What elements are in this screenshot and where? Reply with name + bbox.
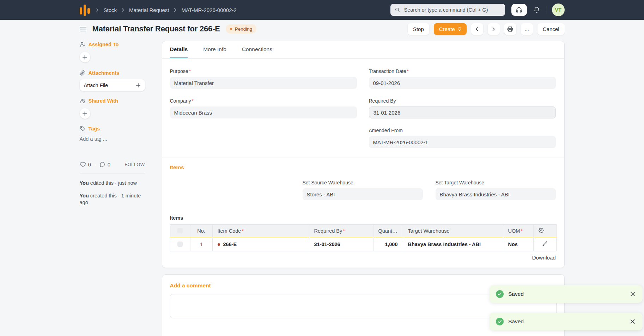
items-section-heading: Items [170,164,556,171]
comment-count: 0 [108,161,110,167]
headphones-icon [516,7,522,13]
users-icon [80,98,85,104]
tab-connections[interactable]: Connections [242,41,272,58]
print-button[interactable] [504,23,516,35]
sidebar-toggle-icon[interactable] [80,26,86,32]
edit-row-button[interactable] [533,237,556,251]
transaction-date-input[interactable]: 09-01-2026 [369,77,556,89]
required-by-cell[interactable]: 31-01-2026 [309,237,373,251]
pencil-icon [542,241,547,246]
social-row: 0 · 0 FOLLOW [80,161,145,167]
required-by-input[interactable]: 31-01-2026 [369,106,556,118]
navbar: Stock Material Request MAT-MR-2026-00002… [0,0,644,20]
breadcrumb-stock[interactable]: Stock [104,7,117,13]
status-dot-icon [230,28,232,30]
grid-settings-button[interactable] [533,225,556,237]
add-tag-input[interactable]: Add a tag ... [80,136,145,142]
close-icon[interactable] [629,318,636,325]
toast-message: Saved [508,291,524,297]
add-share-button[interactable] [80,108,90,119]
sidebar-divider [80,173,145,173]
target-warehouse-input[interactable]: Bhavya Brass Industries - ABI [436,188,556,200]
heart-icon[interactable] [80,161,86,167]
create-button[interactable]: Create [434,23,467,35]
target-warehouse-field: Set Target Warehouse Bhavya Brass Indust… [436,180,556,200]
more-options-button[interactable]: ... [521,23,533,35]
status-badge: Pending [226,24,257,33]
next-document-button[interactable] [488,23,500,35]
tags-section: Tags [80,126,145,132]
plus-icon [136,83,141,88]
comment-icon[interactable] [99,161,105,167]
row-checkbox[interactable] [177,242,183,247]
download-button[interactable]: Download [532,255,556,261]
shared-with-section: Shared With [80,98,145,104]
purpose-input[interactable]: Material Transfer [170,77,357,89]
activity-item: You created this · 1 minute ago [80,193,145,206]
separator: · [94,161,96,167]
attach-file-button[interactable]: Attach File [80,79,145,91]
company-input[interactable]: Midocean Brass [170,106,357,118]
required-by-field: Required By 31-01-2026 [369,98,556,118]
chevron-right-icon [96,8,99,12]
app-page: Stock Material Request MAT-MR-2026-00002… [0,0,644,336]
app-logo-icon[interactable] [80,4,90,16]
bell-icon [533,6,540,13]
check-circle-icon [496,318,504,325]
help-button[interactable] [511,4,527,16]
notifications-button[interactable] [532,5,542,15]
source-warehouse-input[interactable]: Stores - ABI [303,188,423,200]
assigned-to-section: Assigned To [80,42,145,47]
cancel-button[interactable]: Cancel [537,23,565,35]
purpose-field: Purpose* Material Transfer [170,68,357,89]
amended-from-field: Amended From MAT-MR-2026-00002-1 [369,128,556,148]
breadcrumb-material-request[interactable]: Material Request [129,7,169,13]
breadcrumb-document[interactable]: MAT-MR-2026-00002-2 [181,7,236,13]
user-plus-icon [80,42,85,47]
check-circle-icon [496,290,504,298]
follow-button[interactable]: FOLLOW [124,162,145,167]
item-code-cell[interactable]: 266-E [212,237,309,251]
stop-button[interactable]: Stop [408,23,429,35]
items-section: Items Set Source Warehouse Stores - ABI … [162,158,564,268]
form-card: Details More Info Connections Purpose* M… [162,41,565,268]
chevron-up-down-icon [458,26,461,31]
select-all-checkbox[interactable] [177,228,183,233]
amended-from-input[interactable]: MAT-MR-2026-00002-1 [369,136,556,148]
items-table: No. Item Code* Required By* Quantity* Ta… [170,224,557,251]
col-required-by: Required By* [309,225,373,237]
activity-item: You edited this · just now [80,180,145,187]
tab-more-info[interactable]: More Info [203,41,226,58]
close-icon[interactable] [629,291,636,298]
col-quantity: Quantity* [373,225,403,237]
navbar-divider [547,6,547,14]
items-grid-label: Items [170,215,556,221]
form-tabs: Details More Info Connections [162,41,564,59]
details-fields: Purpose* Material Transfer Transaction D… [162,59,564,158]
search-input[interactable] [403,7,501,13]
uom-cell[interactable]: Nos [503,237,533,251]
transaction-date-field: Transaction Date* 09-01-2026 [369,68,556,89]
attachments-section: Attachments [80,70,145,76]
company-field: Company* Midocean Brass [170,98,357,118]
items-table-row: 1 266-E 31-01-2026 1,000 Bhavya Brass In… [170,237,556,251]
user-avatar[interactable]: VT [552,4,565,16]
page-header: Material Transfer Request for 266-E Pend… [80,20,565,38]
item-indicator-icon [218,243,220,246]
like-count: 0 [88,161,91,167]
saved-toast: Saved [490,285,643,303]
add-assignment-button[interactable] [80,52,90,62]
plus-icon [82,111,87,116]
global-search[interactable] [390,4,505,16]
toast-message: Saved [508,318,524,325]
target-warehouse-cell[interactable]: Bhavya Brass Industries - ABI [403,237,503,251]
source-warehouse-field: Set Source Warehouse Stores - ABI [303,180,423,200]
paperclip-icon [80,70,85,76]
col-item-code: Item Code* [212,225,309,237]
quantity-cell[interactable]: 1,000 [373,237,403,251]
tab-details[interactable]: Details [170,41,188,58]
previous-document-button[interactable] [471,23,483,35]
col-target-warehouse: Target Warehouse [403,225,503,237]
row-number[interactable]: 1 [190,237,212,251]
activity-log: You edited this · just now You created t… [80,180,145,206]
